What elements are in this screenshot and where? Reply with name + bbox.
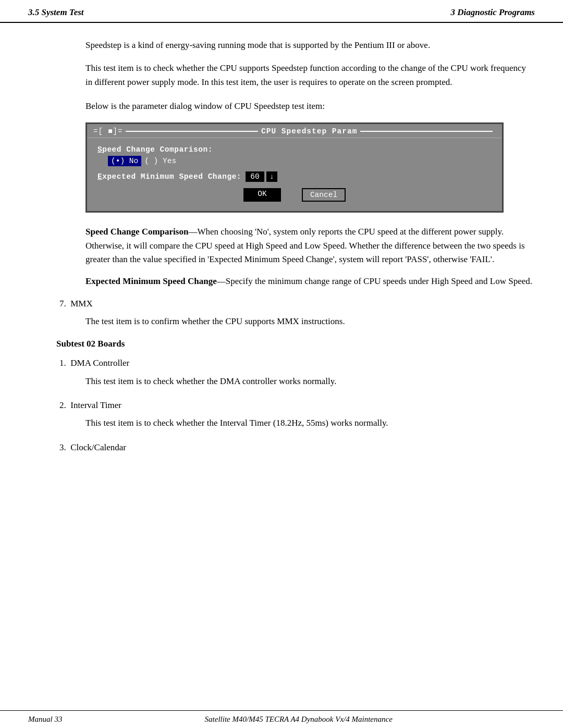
page-footer: Manual 33 Satellite M40/M45 TECRA A4 Dyn… xyxy=(0,710,563,728)
item-7: 7. MMX xyxy=(59,297,535,311)
item-7-desc: The test item is to confirm whether the … xyxy=(85,315,535,328)
dialog-value-box[interactable]: 60 xyxy=(246,171,264,182)
footer-manual-label: Manual 33 xyxy=(28,715,62,724)
second-paragraph: This test item is to check whether the C… xyxy=(85,61,535,89)
speed-change-label: Speed Change Comparison: xyxy=(97,145,213,154)
radio-row: (•) No ( ) Yes xyxy=(108,156,492,166)
item-2-label: Interval Timer xyxy=(70,400,121,410)
expected-min-row: Expected Minimum Speed Change: 60 ↓ xyxy=(97,171,492,182)
page-header: 3.5 System Test 3 Diagnostic Programs xyxy=(0,0,563,23)
below-paragraph: Below is the parameter dialog window of … xyxy=(85,100,535,113)
dialog-title-line-left xyxy=(126,131,258,132)
item-3-label: Clock/Calendar xyxy=(70,442,126,452)
speed-change-bold: Speed Change Comparison xyxy=(85,227,188,237)
main-content: Speedstep is a kind of energy-saving run… xyxy=(0,39,563,454)
expected-min-desc: Expected Minimum Speed Change—Specify th… xyxy=(85,275,535,288)
expected-min-bold: Expected Minimum Speed Change xyxy=(85,276,217,286)
cancel-button[interactable]: Cancel xyxy=(302,188,346,202)
radio-no[interactable]: (•) No xyxy=(108,156,141,166)
item-2-desc: This test item is to check whether the I… xyxy=(85,416,535,430)
dialog-title-text: CPU Speedstep Param xyxy=(261,127,357,135)
dialog-title-brackets: =[ ■]= xyxy=(93,127,123,135)
dialog-body: Speed Change Comparison: (•) No ( ) Yes … xyxy=(87,138,502,211)
ok-button[interactable]: OK xyxy=(243,188,281,202)
dialog-title-line-right xyxy=(360,131,493,132)
radio-yes[interactable]: ( ) Yes xyxy=(141,156,179,166)
speed-label-text: peed Change Comparison: xyxy=(102,145,213,154)
item-7-label: MMX xyxy=(70,299,93,309)
header-right: 3 Diagnostic Programs xyxy=(450,7,535,18)
header-left: 3.5 System Test xyxy=(28,7,84,18)
item-1-num: 1. xyxy=(59,358,66,368)
item-1: 1. DMA Controller xyxy=(59,356,535,370)
speed-change-desc: Speed Change Comparison—When choosing 'N… xyxy=(85,225,535,266)
dialog-title-bar: =[ ■]= CPU Speedstep Param xyxy=(87,124,502,138)
expected-min-label: Expected Minimum Speed Change: xyxy=(97,172,241,181)
item-7-num: 7. xyxy=(59,299,66,309)
item-1-label: DMA Controller xyxy=(70,358,129,368)
item-3: 3. Clock/Calendar xyxy=(59,441,535,454)
expected-min-desc-text: —Specify the minimum change range of CPU… xyxy=(217,276,532,286)
item-3-num: 3. xyxy=(59,442,66,452)
subtest-02-heading: Subtest 02 Boards xyxy=(56,339,535,349)
speed-underline-char: S xyxy=(97,145,102,154)
footer-book-title: Satellite M40/M45 TECRA A4 Dynabook Vx/4… xyxy=(72,715,524,724)
item-2: 2. Interval Timer xyxy=(59,399,535,412)
cpu-speedstep-dialog: =[ ■]= CPU Speedstep Param Speed Change … xyxy=(85,122,504,213)
dialog-buttons: OK Cancel xyxy=(97,188,492,205)
item-2-num: 2. xyxy=(59,400,66,410)
item-1-desc: This test item is to check whether the D… xyxy=(85,375,535,388)
page-container: 3.5 System Test 3 Diagnostic Programs Sp… xyxy=(0,0,563,728)
expected-label-text: xpected Minimum Speed Change: xyxy=(102,172,241,181)
intro-paragraph: Speedstep is a kind of energy-saving run… xyxy=(85,39,535,52)
dialog-arrow[interactable]: ↓ xyxy=(266,171,277,182)
speed-change-row: Speed Change Comparison: (•) No ( ) Yes xyxy=(97,145,492,166)
expected-underline-char: E xyxy=(97,172,102,181)
